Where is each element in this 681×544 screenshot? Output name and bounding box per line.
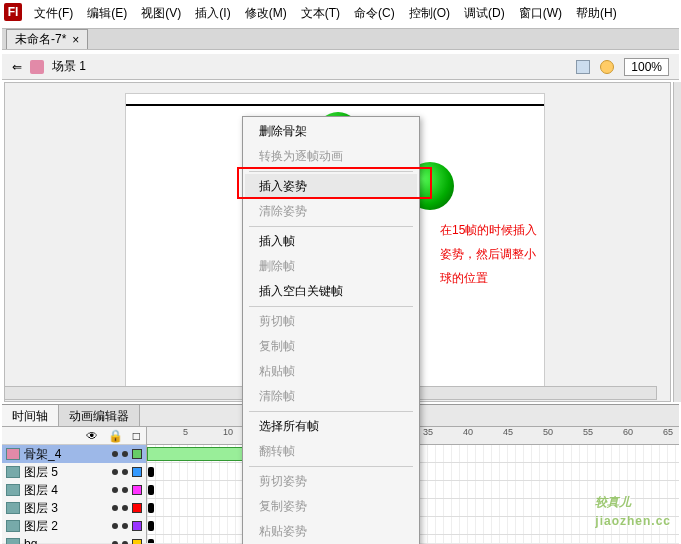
symbol-icon[interactable]	[600, 60, 614, 74]
separator	[249, 411, 413, 412]
layer-color[interactable]	[132, 467, 142, 477]
tab-motion-editor[interactable]: 动画编辑器	[59, 405, 140, 426]
ruler-tick: 65	[663, 427, 673, 437]
lock-icon[interactable]: 🔒	[108, 429, 123, 443]
lock-dot[interactable]	[122, 469, 128, 475]
lock-dot[interactable]	[122, 523, 128, 529]
menu-insert[interactable]: 插入(I)	[189, 3, 236, 23]
visibility-dot[interactable]	[112, 487, 118, 493]
scene-name[interactable]: 场景 1	[52, 58, 86, 75]
edit-scene-icon[interactable]	[576, 60, 590, 74]
menu-view[interactable]: 视图(V)	[135, 3, 187, 23]
menu-file[interactable]: 文件(F)	[28, 3, 79, 23]
menu-paste-pose: 粘贴姿势	[245, 519, 417, 544]
layer-type-icon	[6, 466, 20, 478]
back-icon[interactable]: ⇐	[12, 60, 22, 74]
layer-type-icon	[6, 448, 20, 460]
document-tab[interactable]: 未命名-7* ×	[6, 29, 88, 49]
scene-icon	[30, 60, 44, 74]
menu-control[interactable]: 控制(O)	[403, 3, 456, 23]
layer-header: 👁 🔒 □	[2, 427, 146, 445]
separator	[249, 171, 413, 172]
separator	[249, 226, 413, 227]
menu-copy-pose: 复制姿势	[245, 494, 417, 519]
menu-convert-frame-anim: 转换为逐帧动画	[245, 144, 417, 169]
menu-insert-pose[interactable]: 插入姿势	[245, 174, 417, 199]
eye-icon[interactable]: 👁	[86, 429, 98, 443]
menu-insert-frame[interactable]: 插入帧	[245, 229, 417, 254]
keyframe[interactable]	[148, 539, 154, 543]
layer-name: 骨架_4	[24, 446, 108, 463]
menu-cut-frame: 剪切帧	[245, 309, 417, 334]
menu-modify[interactable]: 修改(M)	[239, 3, 293, 23]
layer-color[interactable]	[132, 449, 142, 459]
ruler-tick: 50	[543, 427, 553, 437]
layer-row[interactable]: 图层 2	[2, 517, 146, 535]
keyframe[interactable]	[148, 467, 154, 477]
ruler-tick: 10	[223, 427, 233, 437]
layer-color[interactable]	[132, 521, 142, 531]
layer-type-icon	[6, 484, 20, 496]
layer-color[interactable]	[132, 503, 142, 513]
ruler-tick: 5	[183, 427, 188, 437]
menu-insert-blank-keyframe[interactable]: 插入空白关键帧	[245, 279, 417, 304]
menu-window[interactable]: 窗口(W)	[513, 3, 568, 23]
layer-row[interactable]: bg	[2, 535, 146, 544]
visibility-dot[interactable]	[112, 523, 118, 529]
menu-edit[interactable]: 编辑(E)	[81, 3, 133, 23]
visibility-dot[interactable]	[112, 505, 118, 511]
layer-panel: 👁 🔒 □ 骨架_4 图层 5 图层 4 图层 3 图层 2 bg	[2, 427, 147, 543]
menu-command[interactable]: 命令(C)	[348, 3, 401, 23]
ruler-tick: 60	[623, 427, 633, 437]
tab-timeline[interactable]: 时间轴	[2, 405, 59, 426]
layer-name: bg	[24, 537, 108, 544]
ruler-tick: 35	[423, 427, 433, 437]
visibility-dot[interactable]	[112, 469, 118, 475]
menu-debug[interactable]: 调试(D)	[458, 3, 511, 23]
keyframe[interactable]	[148, 485, 154, 495]
layer-name: 图层 3	[24, 500, 108, 517]
menu-help[interactable]: 帮助(H)	[570, 3, 623, 23]
ruler-tick: 40	[463, 427, 473, 437]
layer-color[interactable]	[132, 485, 142, 495]
scene-bar: ⇐ 场景 1 100%	[2, 54, 679, 80]
layer-row[interactable]: 图层 3	[2, 499, 146, 517]
layer-row[interactable]: 图层 4	[2, 481, 146, 499]
separator	[249, 466, 413, 467]
menu-clear-pose: 清除姿势	[245, 199, 417, 224]
lock-dot[interactable]	[122, 451, 128, 457]
context-menu: 删除骨架 转换为逐帧动画 插入姿势 清除姿势 插入帧 删除帧 插入空白关键帧 剪…	[242, 116, 420, 544]
layer-row[interactable]: 骨架_4	[2, 445, 146, 463]
layer-type-icon	[6, 538, 20, 544]
lock-dot[interactable]	[122, 505, 128, 511]
horizontal-line	[126, 104, 544, 106]
ruler-tick: 45	[503, 427, 513, 437]
layer-type-icon	[6, 502, 20, 514]
document-tabbar: 未命名-7* ×	[2, 28, 679, 50]
menu-text[interactable]: 文本(T)	[295, 3, 346, 23]
separator	[249, 306, 413, 307]
menubar: 文件(F) 编辑(E) 视图(V) 插入(I) 修改(M) 文本(T) 命令(C…	[28, 3, 671, 23]
menu-clear-frame: 清除帧	[245, 384, 417, 409]
ruler-tick: 55	[583, 427, 593, 437]
layer-name: 图层 5	[24, 464, 108, 481]
keyframe[interactable]	[148, 503, 154, 513]
menu-remove-frame: 删除帧	[245, 254, 417, 279]
layer-name: 图层 4	[24, 482, 108, 499]
visibility-dot[interactable]	[112, 451, 118, 457]
menu-reverse-frames: 翻转帧	[245, 439, 417, 464]
keyframe[interactable]	[148, 521, 154, 531]
close-icon[interactable]: ×	[72, 33, 79, 47]
zoom-input[interactable]: 100%	[624, 58, 669, 76]
layer-row[interactable]: 图层 5	[2, 463, 146, 481]
menu-remove-armature[interactable]: 删除骨架	[245, 119, 417, 144]
menu-cut-pose: 剪切姿势	[245, 469, 417, 494]
menu-select-all-frames[interactable]: 选择所有帧	[245, 414, 417, 439]
vertical-scrollbar[interactable]	[673, 82, 681, 402]
layer-type-icon	[6, 520, 20, 532]
lock-dot[interactable]	[122, 487, 128, 493]
outline-icon[interactable]: □	[133, 429, 140, 443]
layer-name: 图层 2	[24, 518, 108, 535]
layer-color[interactable]	[132, 539, 142, 544]
menu-paste-frame: 粘贴帧	[245, 359, 417, 384]
